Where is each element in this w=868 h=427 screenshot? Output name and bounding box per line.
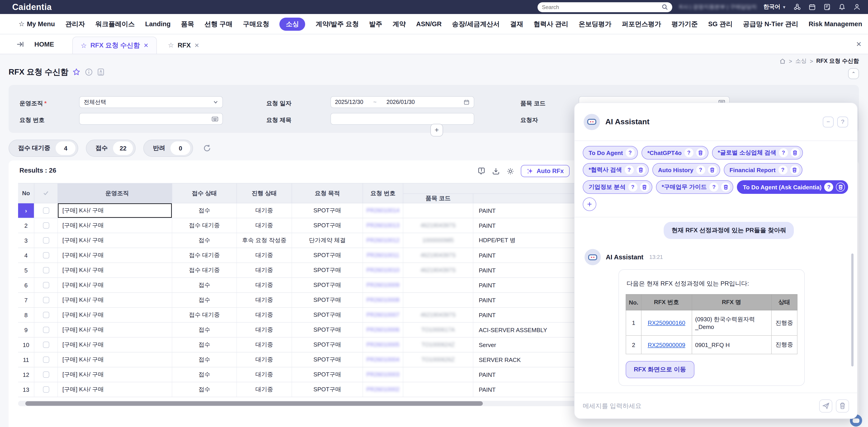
agent-chip-5[interactable]: Financial Report? [723, 163, 802, 177]
table-row[interactable]: 7[구매] K사/ 구매접수대기중SPOT구매PR26010008PAINT [18, 293, 628, 308]
menu-item-18[interactable]: SG 관리 [708, 20, 733, 28]
menu-item-10[interactable]: 계약 [393, 20, 406, 28]
org-cell[interactable]: [구매] K사/ 구매 [58, 382, 172, 397]
chip-help-icon[interactable]: ? [696, 165, 705, 174]
chip-trash-icon[interactable] [791, 148, 800, 157]
req-no-input[interactable] [79, 113, 223, 125]
document-a-icon[interactable]: A [97, 68, 105, 76]
tab-home[interactable]: HOME [34, 40, 54, 48]
chip-help-icon[interactable]: ? [779, 148, 788, 157]
agent-chip-6[interactable]: 기업정보 분석? [583, 180, 652, 194]
chip-trash-icon[interactable] [790, 165, 799, 174]
org-cell[interactable]: [구매] K사/ 구매 [58, 278, 172, 292]
auto-rfx-button[interactable]: Auto RFx [521, 165, 569, 177]
table-row[interactable]: 11[구매] K사/ 구매접수대기중SPOT구매PR26010004TO1000… [18, 353, 628, 367]
menu-item-17[interactable]: 평가기준 [672, 20, 698, 28]
menu-item-4[interactable]: 품목 [181, 20, 194, 28]
org-cell[interactable]: [구매] K사/ 구매 [58, 203, 172, 218]
menu-item-9[interactable]: 발주 [369, 20, 382, 28]
row-checkbox[interactable] [43, 252, 49, 259]
req-no-link-cell[interactable]: PR26010003 [363, 367, 403, 382]
share-icon[interactable] [794, 3, 801, 11]
chip-help-icon[interactable]: ? [825, 183, 833, 192]
close-all-tabs-icon[interactable]: ✕ [856, 40, 862, 48]
gear-icon[interactable] [506, 167, 515, 175]
menu-item-16[interactable]: 퍼포먼스평가 [622, 20, 661, 28]
menu-item-6[interactable]: 구매요청 [243, 20, 269, 28]
req-no-link-cell[interactable]: PR26010009 [363, 278, 403, 292]
table-row[interactable]: 13[구매] K사/ 구매접수대기중SPOT구매PR26010002PAINT [18, 382, 628, 397]
download-icon[interactable] [492, 167, 500, 175]
favorite-star-icon[interactable] [72, 68, 81, 76]
req-no-link-cell[interactable]: PR26010012 [363, 233, 403, 248]
req-no-link-cell[interactable]: PR26010011 [363, 248, 403, 263]
row-checkbox[interactable] [43, 386, 49, 393]
send-button[interactable] [819, 399, 832, 412]
agent-chip-8[interactable]: To Do Agent (Ask Caidentia)? [737, 180, 848, 194]
bell-icon[interactable] [838, 3, 846, 11]
row-checkbox[interactable] [43, 222, 49, 229]
col-header-req-no[interactable]: 요청 번호 [363, 184, 403, 203]
menu-item-13[interactable]: 결재 [510, 20, 523, 28]
col-header-select[interactable] [34, 184, 58, 203]
minimize-button[interactable]: − [823, 117, 834, 127]
info-bubble-icon[interactable] [477, 167, 486, 175]
row-checkbox[interactable] [43, 327, 49, 333]
clear-chat-button[interactable] [836, 399, 849, 412]
chip-help-icon[interactable]: ? [628, 183, 637, 192]
menu-item-20[interactable]: Risk Managemen [809, 20, 862, 28]
table-row[interactable]: 6[구매] K사/ 구매접수대기중SPOT구매PR26010009PAINT [18, 278, 628, 293]
col-header-purpose[interactable]: 요청 목적 [292, 184, 363, 203]
chip-help-icon[interactable]: ? [710, 183, 719, 192]
home-icon[interactable] [779, 58, 786, 64]
chip-help-icon[interactable]: ? [778, 165, 787, 174]
table-row[interactable]: 4[구매] K사/ 구매접수 대기중대기중SPOT구매PR26010011462… [18, 248, 628, 263]
req-no-link-cell[interactable]: PR26010006 [363, 323, 403, 337]
table-row[interactable]: 9[구매] K사/ 구매접수대기중SPOT구매PR26010006TO10006… [18, 323, 628, 337]
menu-item-5[interactable]: 선행 구매 [205, 20, 232, 28]
org-cell[interactable]: [구매] K사/ 구매 [58, 263, 172, 277]
menu-item-3[interactable]: Landing [145, 20, 170, 28]
chip-trash-icon[interactable] [696, 148, 705, 157]
language-selector[interactable]: 한국어▼ [763, 3, 786, 11]
chip-trash-icon[interactable] [640, 183, 649, 192]
menu-item-7[interactable]: 소싱 [280, 18, 305, 31]
row-checkbox[interactable] [43, 237, 49, 243]
menu-item-19[interactable]: 공급망 N-Tier 관리 [743, 20, 798, 28]
org-cell[interactable]: [구매] K사/ 구매 [58, 248, 172, 263]
close-tab-icon[interactable]: ✕ [144, 42, 149, 49]
calendar-icon[interactable] [463, 99, 470, 105]
org-cell[interactable]: [구매] K사/ 구매 [58, 218, 172, 233]
global-search[interactable] [537, 2, 672, 12]
table-row[interactable]: 2[구매] K사/ 구매접수 대기중대기중SPOT구매PR26010013462… [18, 218, 628, 233]
req-no-link-cell[interactable]: PR26010002 [363, 382, 403, 397]
col-header-recv-status[interactable]: 접수 상태 [172, 184, 237, 203]
chat-scrollbar[interactable] [851, 254, 854, 366]
menu-item-2[interactable]: 워크플레이스 [95, 20, 135, 28]
org-cell[interactable]: [구매] K사/ 구매 [58, 293, 172, 307]
org-cell[interactable]: [구매] K사/ 구매 [58, 233, 172, 248]
table-row[interactable]: ›[구매] K사/ 구매접수대기중SPOT구매PR26010014PAINT [18, 203, 628, 218]
req-no-link-cell[interactable]: PR26010004 [363, 353, 403, 367]
chat-message-input[interactable] [583, 402, 815, 409]
menu-item-11[interactable]: ASN/GR [416, 20, 442, 28]
col-header-item-code[interactable]: 품목 코드 [403, 193, 473, 203]
agent-chip-1[interactable]: *ChatGPT4o? [642, 146, 708, 160]
chip-trash-icon[interactable] [636, 165, 645, 174]
menu-item-14[interactable]: 협력사 관리 [534, 20, 568, 28]
close-tab-icon[interactable]: ✕ [194, 42, 199, 48]
agent-chip-2[interactable]: *글로벌 소싱업체 검색? [712, 146, 803, 160]
org-select[interactable]: 전체선택 [79, 96, 223, 108]
horizontal-scrollbar[interactable] [18, 401, 583, 406]
status-tab-2[interactable]: 반려0 [144, 140, 193, 157]
org-cell[interactable]: [구매] K사/ 구매 [58, 337, 172, 352]
agent-chip-3[interactable]: *협력사 검색? [583, 163, 649, 177]
expand-filters-button[interactable]: + [430, 124, 443, 136]
row-checkbox[interactable] [43, 207, 49, 214]
table-row[interactable]: 10[구매] K사/ 구매접수대기중SPOT구매PR26010005TO1000… [18, 337, 628, 353]
collapse-filter-button[interactable]: ⌃ [848, 68, 859, 79]
req-title-input[interactable] [331, 113, 474, 125]
org-cell[interactable]: [구매] K사/ 구매 [58, 367, 172, 382]
status-tab-0[interactable]: 접수 대기중4 [8, 140, 79, 157]
row-checkbox[interactable] [43, 341, 49, 348]
